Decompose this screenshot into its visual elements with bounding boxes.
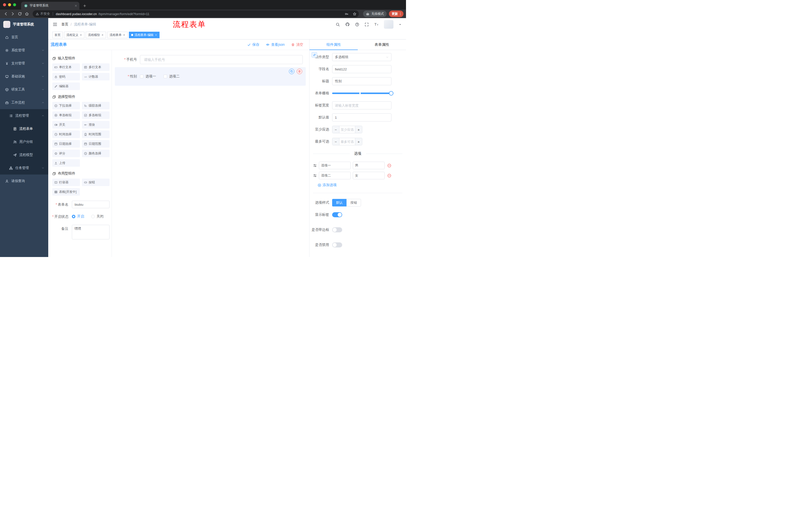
bookmark-star-icon[interactable] (351, 10, 358, 17)
window-close-button[interactable] (3, 3, 6, 6)
checkbox-option-2[interactable]: 选项二 (164, 74, 180, 79)
add-option-button[interactable]: 添加选项 (318, 183, 406, 187)
fullscreen-icon[interactable] (365, 22, 369, 27)
max-stepper-input[interactable] (340, 138, 355, 145)
palette-item-counter[interactable]: 123计数器 (82, 73, 110, 80)
breadcrumb-home[interactable]: 首页 (61, 22, 68, 27)
palette-item-date-picker[interactable]: 日期选择 (52, 140, 80, 147)
status-radio-off[interactable]: 关闭 (91, 214, 104, 219)
window-zoom-button[interactable] (13, 3, 16, 6)
palette-item-row-container[interactable]: 行容器 (52, 179, 80, 186)
palette-item-cascader[interactable]: 级联选择 (82, 102, 110, 109)
sidebar-item-payment[interactable]: 支付管理 (0, 57, 48, 70)
canvas-field-phone[interactable]: *手机号 (115, 55, 306, 64)
field-name-input[interactable] (332, 65, 392, 73)
save-button[interactable]: 保存 (247, 43, 259, 47)
sidebar-item-system[interactable]: 系统管理 (0, 44, 48, 57)
style-button-button[interactable]: 按钮 (346, 199, 361, 207)
sidebar-item-user-group[interactable]: 用户分组 (0, 135, 48, 148)
sidebar-logo[interactable]: 芋道管理系统 (0, 18, 48, 31)
palette-item-date-range[interactable]: 日期范围 (82, 140, 110, 147)
slider-track[interactable] (332, 92, 392, 94)
option-value-input[interactable] (353, 172, 385, 179)
palette-item-checkbox-group[interactable]: 多选框组 (82, 111, 110, 119)
forward-button[interactable] (9, 10, 16, 17)
option-label-input[interactable] (319, 172, 351, 179)
stepper-increase-button[interactable]: + (355, 138, 362, 145)
sidebar-item-dev-tools[interactable]: 研发工具 (0, 83, 48, 96)
tag-close-icon[interactable] (101, 34, 104, 36)
browser-tab[interactable]: 芋道管理系统 (21, 2, 79, 9)
avatar-caret-icon[interactable] (399, 23, 402, 26)
hamburger-icon[interactable] (53, 22, 57, 27)
password-key-icon[interactable] (343, 10, 350, 17)
label-width-input[interactable] (332, 101, 392, 109)
font-size-icon[interactable]: TT (374, 22, 379, 27)
palette-item-editor[interactable]: 编辑器 (52, 82, 80, 90)
disabled-toggle[interactable] (332, 242, 342, 247)
palette-item-switch[interactable]: 开关 (52, 121, 80, 129)
tag-close-icon[interactable] (80, 34, 82, 36)
tab-form-props[interactable]: 表单属性 (358, 39, 406, 50)
tag-process-definition[interactable]: 流程定义 (64, 32, 84, 38)
reload-button[interactable] (17, 10, 23, 17)
search-icon[interactable] (336, 22, 340, 27)
sidebar-item-leave-query[interactable]: 请假查询 (0, 174, 48, 188)
palette-item-slider[interactable]: 滑块 (82, 121, 110, 129)
sidebar-item-process-management[interactable]: 流程管理 (0, 109, 48, 122)
tag-process-model[interactable]: 流程模型 (86, 32, 106, 38)
slider-handle[interactable] (389, 91, 394, 96)
grid-slider[interactable] (332, 89, 392, 97)
github-icon[interactable] (345, 22, 350, 27)
palette-item-time-picker[interactable]: 时间选择 (52, 131, 80, 138)
tag-close-icon[interactable] (155, 34, 157, 36)
sidebar-item-process-form[interactable]: 流程表单 (0, 122, 48, 135)
stepper-increase-button[interactable]: + (355, 126, 362, 133)
min-stepper-input[interactable] (340, 126, 355, 133)
stepper-decrease-button[interactable]: − (332, 126, 340, 133)
tab-component-props[interactable]: 组件属性 (310, 39, 358, 50)
back-button[interactable] (2, 10, 9, 17)
copy-field-button[interactable] (289, 69, 294, 74)
palette-item-upload[interactable]: 上传 (52, 159, 80, 167)
window-minimize-button[interactable] (8, 3, 11, 6)
component-type-select[interactable]: 多选框组 (332, 53, 392, 61)
tag-close-icon[interactable] (123, 34, 125, 36)
clear-button[interactable]: 清空 (291, 43, 303, 47)
show-label-toggle[interactable] (332, 212, 342, 217)
checkbox-option-1[interactable]: 选项一 (140, 74, 156, 79)
palette-item-input[interactable]: 单行文本 (52, 63, 80, 71)
palette-item-color-picker[interactable]: 颜色选择 (82, 150, 110, 157)
title-input[interactable] (332, 77, 392, 85)
palette-item-password[interactable]: 密码 (52, 73, 80, 80)
tag-process-form-edit-active[interactable]: 流程表单-编辑 (129, 32, 160, 38)
tag-home[interactable]: 首页 (52, 32, 63, 38)
help-icon[interactable] (355, 22, 359, 27)
border-toggle[interactable] (332, 227, 342, 232)
sidebar-item-task-management[interactable]: 任务管理 (0, 161, 48, 174)
checkbox-box[interactable] (140, 75, 143, 78)
tag-process-form[interactable]: 流程表单 (107, 32, 127, 38)
palette-item-select[interactable]: 下拉选择 (52, 102, 80, 109)
tab-close-icon[interactable] (75, 4, 77, 7)
browser-update-button[interactable]: 更新 (389, 10, 404, 17)
style-default-button[interactable]: 默认 (332, 199, 346, 207)
stepper-decrease-button[interactable]: − (332, 138, 340, 145)
option-value-input[interactable] (353, 162, 385, 169)
canvas-field-gender-selected[interactable]: *性别 选项一 选项二 (115, 67, 306, 86)
drag-handle-icon[interactable] (313, 164, 317, 167)
palette-item-textarea[interactable]: 多行文本 (82, 63, 110, 71)
remove-option-button[interactable] (387, 173, 392, 178)
phone-input[interactable] (140, 55, 303, 64)
new-tab-button[interactable] (83, 4, 86, 7)
palette-item-radio-group[interactable]: 单选框组 (52, 111, 80, 119)
palette-item-time-range[interactable]: 时间范围 (82, 131, 110, 138)
default-value-input[interactable] (332, 113, 392, 121)
security-indicator[interactable]: 不安全 (36, 11, 50, 16)
sidebar-item-process-model[interactable]: 流程模型 (0, 148, 48, 161)
status-radio-on[interactable]: 开启 (72, 214, 84, 219)
remove-option-button[interactable] (387, 163, 392, 168)
form-name-input[interactable] (72, 201, 110, 208)
address-bar[interactable]: 不安全 dashboard.yudao.iocoder.cn/bpm/manag… (33, 10, 359, 17)
sidebar-item-home[interactable]: 首页 (0, 31, 48, 44)
